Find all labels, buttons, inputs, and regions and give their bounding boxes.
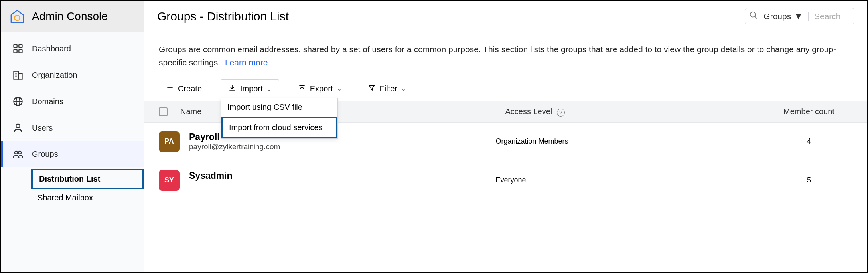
logo-icon	[10, 9, 25, 24]
filter-icon	[368, 84, 376, 94]
sidebar-item-label: Domains	[32, 97, 63, 106]
sidebar-item-label: Organization	[32, 71, 77, 80]
chevron-down-icon: ⌄	[401, 85, 406, 92]
search-scope-selector[interactable]: Groups ▼	[763, 12, 809, 21]
filter-label: Filter	[380, 84, 397, 93]
import-label: Import	[240, 84, 263, 93]
sidebar-item-label: Groups	[32, 150, 58, 159]
dropdown-import-csv[interactable]: Import using CSV file	[221, 98, 337, 117]
create-button[interactable]: Create	[159, 80, 209, 98]
group-members: 4	[765, 137, 853, 146]
user-icon	[12, 122, 24, 134]
import-dropdown: Import using CSV file Import from cloud …	[221, 98, 338, 139]
svg-rect-2	[19, 45, 22, 48]
download-icon	[228, 84, 236, 94]
sidebar: Admin Console Dashboard Organization Dom…	[1, 1, 144, 272]
group-name: Sysadmin	[189, 170, 290, 181]
export-button[interactable]: Export ⌄	[291, 80, 349, 98]
sidebar-item-label: Dashboard	[32, 44, 71, 53]
group-avatar: PA	[159, 131, 180, 152]
svg-point-15	[18, 151, 21, 154]
svg-point-16	[750, 12, 756, 17]
import-button[interactable]: Import ⌄	[221, 79, 279, 98]
svg-point-13	[16, 124, 20, 128]
toolbar-divider	[215, 84, 215, 93]
sidebar-item-organization[interactable]: Organization	[1, 62, 144, 88]
toolbar-divider	[285, 84, 285, 93]
sidebar-item-dashboard[interactable]: Dashboard	[1, 36, 144, 62]
toolbar: Create Import ⌄ Import using CSV file Im…	[159, 79, 853, 98]
plus-icon	[166, 84, 174, 94]
svg-rect-4	[19, 49, 22, 53]
building-icon	[12, 69, 24, 81]
topbar: Groups - Distribution List Groups ▼	[144, 1, 867, 32]
toolbar-divider	[355, 84, 355, 93]
groups-subnav: Distribution List Shared Mailbox	[1, 167, 144, 206]
chevron-down-icon: ⌄	[337, 85, 342, 92]
sidebar-item-label: Users	[32, 123, 53, 133]
help-icon[interactable]: ?	[557, 109, 565, 117]
header-members: Member count	[765, 107, 853, 116]
search-icon	[749, 11, 758, 22]
search-box: Groups ▼	[745, 8, 854, 24]
sidebar-item-groups[interactable]: Groups	[1, 141, 144, 167]
sidebar-item-users[interactable]: Users	[1, 115, 144, 141]
group-members: 5	[765, 176, 853, 184]
subnav-shared-mailbox[interactable]: Shared Mailbox	[31, 189, 144, 206]
main-content: Groups - Distribution List Groups ▼ Grou…	[144, 1, 867, 272]
svg-rect-6	[18, 74, 22, 79]
filter-button[interactable]: Filter ⌄	[361, 80, 413, 98]
page-description: Groups are common email addresses, share…	[159, 43, 853, 69]
learn-more-link[interactable]: Learn more	[225, 58, 268, 67]
svg-point-0	[14, 15, 20, 20]
svg-rect-3	[14, 49, 17, 53]
dashboard-icon	[12, 43, 24, 55]
group-access: Organization Members	[495, 137, 765, 146]
upload-icon	[298, 84, 306, 94]
group-email: payroll@zylkertraining.com	[189, 142, 280, 151]
search-scope-label: Groups	[763, 12, 791, 21]
caret-down-icon: ▼	[794, 12, 803, 21]
search-input[interactable]	[814, 12, 850, 21]
page-title: Groups - Distribution List	[157, 10, 289, 23]
sidebar-item-domains[interactable]: Domains	[1, 88, 144, 115]
group-icon	[12, 148, 24, 160]
group-avatar: SY	[159, 170, 180, 191]
subnav-distribution-list[interactable]: Distribution List	[31, 169, 144, 189]
dropdown-import-cloud[interactable]: Import from cloud services	[221, 117, 337, 138]
group-access: Everyone	[495, 176, 765, 184]
table-row[interactable]: SY Sysadmin sysadmin@zylkertraining.com …	[144, 161, 867, 200]
svg-point-14	[15, 151, 18, 154]
content-area: Groups are common email addresses, share…	[144, 32, 867, 101]
export-label: Export	[310, 84, 333, 93]
globe-icon	[12, 95, 24, 107]
sidebar-header: Admin Console	[1, 1, 144, 32]
select-all-checkbox[interactable]	[159, 107, 168, 116]
svg-line-17	[755, 16, 757, 19]
chevron-down-icon: ⌄	[267, 86, 272, 92]
app-title: Admin Console	[32, 10, 108, 23]
svg-rect-1	[14, 45, 17, 48]
sidebar-nav: Dashboard Organization Domains Users	[1, 32, 144, 206]
header-access: Access Level ?	[505, 107, 765, 117]
create-label: Create	[178, 84, 202, 93]
